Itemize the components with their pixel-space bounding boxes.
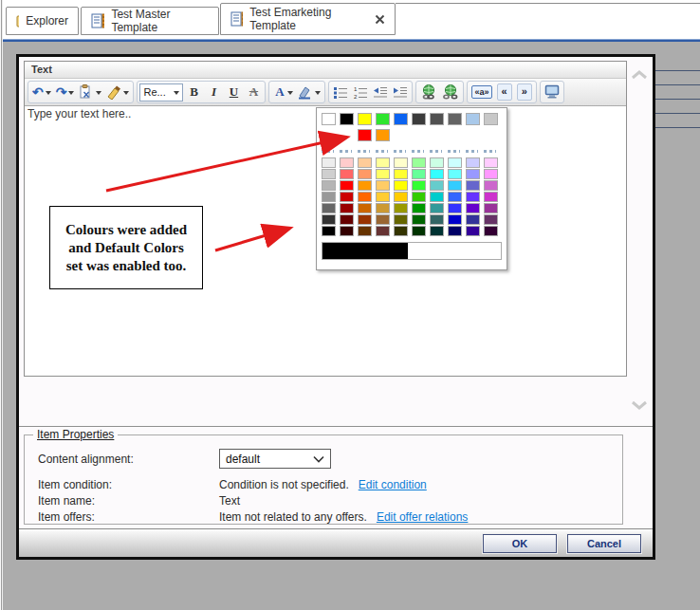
- color-swatch[interactable]: [358, 226, 372, 236]
- color-swatch[interactable]: [466, 157, 480, 168]
- hyperlink-button[interactable]: [418, 83, 439, 102]
- color-swatch[interactable]: [394, 169, 408, 179]
- color-swatch[interactable]: [448, 226, 462, 236]
- scroll-down-button[interactable]: [631, 397, 648, 414]
- color-swatch[interactable]: [394, 192, 408, 202]
- color-swatch[interactable]: [448, 180, 462, 191]
- color-swatch[interactable]: [358, 214, 372, 225]
- chevron-down-icon[interactable]: [46, 91, 51, 98]
- color-swatch[interactable]: [412, 192, 426, 202]
- color-swatch[interactable]: [322, 169, 336, 179]
- chevron-down-icon[interactable]: [123, 91, 129, 98]
- color-swatch[interactable]: [412, 169, 426, 179]
- color-swatch[interactable]: [394, 226, 408, 236]
- color-swatch[interactable]: [484, 169, 498, 179]
- bullet-list-button[interactable]: [331, 83, 350, 102]
- color-swatch[interactable]: [376, 169, 390, 179]
- color-swatch[interactable]: [322, 157, 336, 168]
- color-swatch[interactable]: [412, 113, 426, 125]
- color-swatch[interactable]: [340, 226, 354, 236]
- color-swatch[interactable]: [322, 226, 336, 236]
- color-swatch[interactable]: [448, 157, 462, 168]
- close-quote-button[interactable]: »: [515, 83, 534, 102]
- color-swatch[interactable]: [466, 203, 480, 213]
- color-swatch[interactable]: [484, 203, 498, 213]
- color-swatch[interactable]: [340, 203, 354, 213]
- close-tab-button[interactable]: [375, 14, 385, 25]
- strikethrough-button[interactable]: A: [244, 83, 263, 102]
- color-swatch[interactable]: [376, 192, 390, 202]
- color-swatch[interactable]: [412, 214, 426, 225]
- tab-test-emarketing-template[interactable]: Test Emarketing Template: [220, 3, 396, 35]
- color-swatch[interactable]: [430, 180, 444, 191]
- color-swatch[interactable]: [340, 169, 354, 179]
- content-alignment-select[interactable]: default: [219, 449, 331, 469]
- color-swatch[interactable]: [412, 180, 426, 191]
- scroll-up-button[interactable]: [631, 66, 648, 83]
- chevron-down-icon[interactable]: [68, 91, 74, 98]
- color-swatch[interactable]: [394, 180, 408, 191]
- color-swatch[interactable]: [448, 113, 462, 125]
- chevron-down-icon[interactable]: [287, 91, 293, 98]
- color-swatch[interactable]: [376, 203, 390, 213]
- undo-button[interactable]: ↶: [30, 83, 53, 102]
- color-swatch[interactable]: [376, 113, 390, 125]
- insert-tag-button[interactable]: «a»: [470, 83, 493, 102]
- color-swatch[interactable]: [484, 192, 498, 202]
- color-swatch[interactable]: [466, 113, 480, 125]
- color-swatch[interactable]: [430, 113, 444, 125]
- color-swatch[interactable]: [430, 157, 444, 168]
- color-swatch[interactable]: [484, 180, 498, 191]
- underline-button[interactable]: U: [224, 83, 243, 102]
- font-color-button[interactable]: A: [271, 83, 295, 102]
- color-swatch[interactable]: [358, 157, 372, 168]
- color-swatch[interactable]: [412, 226, 426, 236]
- edit-condition-link[interactable]: Edit condition: [359, 478, 427, 491]
- highlight-color-button[interactable]: [296, 83, 322, 102]
- indent-button[interactable]: [391, 83, 410, 102]
- color-swatch[interactable]: [412, 157, 426, 168]
- paste-button[interactable]: [77, 83, 103, 102]
- ok-button[interactable]: OK: [483, 534, 557, 553]
- color-swatch[interactable]: [322, 180, 336, 191]
- color-swatch[interactable]: [466, 226, 480, 236]
- tab-test-master-template[interactable]: Test Master Template: [81, 7, 219, 35]
- color-swatch[interactable]: [376, 214, 390, 225]
- chevron-down-icon[interactable]: [96, 91, 101, 98]
- color-swatch[interactable]: [394, 214, 408, 225]
- chevron-down-icon[interactable]: [315, 91, 321, 98]
- color-swatch[interactable]: [430, 192, 444, 202]
- color-swatch[interactable]: [484, 113, 498, 125]
- format-painter-button[interactable]: [104, 83, 131, 102]
- color-swatch[interactable]: [340, 157, 354, 168]
- color-swatch[interactable]: [322, 214, 336, 225]
- color-swatch[interactable]: [340, 214, 354, 225]
- open-quote-button[interactable]: «: [495, 83, 514, 102]
- color-swatch[interactable]: [340, 180, 354, 191]
- color-swatch[interactable]: [466, 169, 480, 179]
- color-swatch[interactable]: [484, 157, 498, 168]
- color-swatch[interactable]: [376, 157, 390, 168]
- color-swatch[interactable]: [340, 192, 354, 202]
- color-swatch[interactable]: [412, 203, 426, 213]
- color-swatch[interactable]: [466, 180, 480, 191]
- color-swatch[interactable]: [394, 113, 408, 125]
- redo-button[interactable]: ↷: [54, 83, 77, 102]
- color-swatch[interactable]: [448, 203, 462, 213]
- italic-button[interactable]: I: [204, 83, 223, 102]
- color-swatch[interactable]: [358, 180, 372, 191]
- color-swatch[interactable]: [376, 129, 390, 141]
- color-swatch[interactable]: [394, 203, 408, 213]
- color-swatch[interactable]: [466, 192, 480, 202]
- numbered-list-button[interactable]: 12: [351, 83, 370, 102]
- tab-explorer[interactable]: Explorer: [6, 7, 79, 35]
- edit-offer-relations-link[interactable]: Edit offer relations: [377, 510, 469, 524]
- color-swatch[interactable]: [430, 169, 444, 179]
- color-swatch[interactable]: [340, 113, 354, 125]
- outdent-button[interactable]: [371, 83, 390, 102]
- color-swatch[interactable]: [322, 192, 336, 202]
- bold-button[interactable]: B: [184, 83, 203, 102]
- color-swatch[interactable]: [430, 203, 444, 213]
- color-swatch[interactable]: [430, 226, 444, 236]
- color-swatch[interactable]: [448, 214, 462, 225]
